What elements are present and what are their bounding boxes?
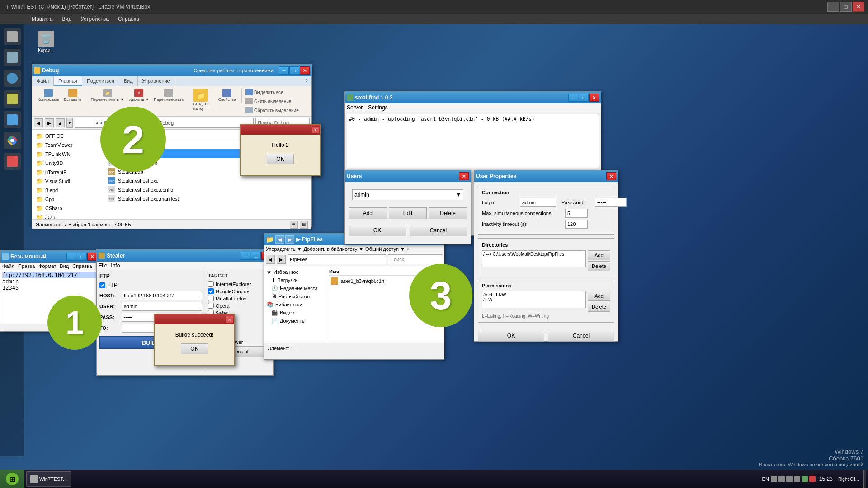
users-cancel-btn[interactable]: Cancel xyxy=(410,225,467,236)
inactivity-input[interactable] xyxy=(565,220,588,229)
tree-item-job[interactable]: 📁 JOB xyxy=(34,213,102,219)
tab-file[interactable]: Файл xyxy=(32,76,54,86)
build-dialog-close-btn[interactable]: ✕ xyxy=(226,316,233,323)
ftpfiles-back-btn[interactable]: ◀ xyxy=(275,235,284,244)
nav-up-btn[interactable]: ▲ xyxy=(56,118,65,127)
taskbar-clock[interactable]: 15:23 xyxy=(817,476,835,482)
ftpfiles-toolbar-share[interactable]: Общий доступ ▼ xyxy=(365,246,405,252)
vbox-minimize-btn[interactable]: ─ xyxy=(827,2,839,12)
login-input[interactable] xyxy=(520,198,556,207)
tab-manage[interactable]: Управление xyxy=(138,76,175,86)
nav-forward-btn[interactable]: ▶ xyxy=(45,118,54,127)
ftpfiles-tree-favorites[interactable]: ★ Избранное xyxy=(266,268,325,276)
btn-select-all[interactable]: Выделить все xyxy=(244,88,301,96)
stealer-menu-file[interactable]: File xyxy=(99,263,107,269)
btn-rename[interactable]: Переименовать xyxy=(152,88,185,103)
sidebar-icon-4[interactable] xyxy=(4,90,21,108)
view-list-btn[interactable]: ≡ xyxy=(290,221,298,229)
target-firefox-checkbox[interactable] xyxy=(208,296,214,301)
ftpfiles-tree-desktop[interactable]: 🖥 Рабочий стол xyxy=(266,292,325,300)
stealer-menu-info[interactable]: Info xyxy=(111,263,120,269)
stealer-minimize-btn[interactable]: ─ xyxy=(241,252,250,260)
perm-add-btn[interactable]: Add xyxy=(588,291,610,301)
btn-deselect[interactable]: Снять выделение xyxy=(244,97,301,105)
nav-back-btn[interactable]: ◀ xyxy=(34,118,43,127)
ftp-maximize-btn[interactable]: □ xyxy=(579,94,589,102)
btn-new-folder[interactable]: 📁 Создатьпапку xyxy=(191,88,210,112)
btn-delete[interactable]: ✕ Удалить ▼ xyxy=(127,88,151,103)
users-close-btn[interactable]: ✕ xyxy=(459,172,469,180)
tree-item-cpp[interactable]: 📁 Cpp xyxy=(34,195,102,204)
explorer-minimize-btn[interactable]: ─ xyxy=(279,66,289,75)
taskbar-item-1[interactable]: Win7TEST... xyxy=(26,471,71,487)
hello-dialog-ok-btn[interactable]: OK xyxy=(267,154,294,164)
tree-item-unity3d[interactable]: 📁 Unity3D xyxy=(34,159,102,168)
tray-en-label[interactable]: EN xyxy=(762,476,769,482)
notepad-minimize-btn[interactable]: ─ xyxy=(66,253,76,261)
explorer-maximize-btn[interactable]: □ xyxy=(289,66,299,75)
ftpfiles-tree-recent[interactable]: 🕐 Недавние места xyxy=(266,284,325,292)
sidebar-icon-3[interactable] xyxy=(4,70,21,87)
address-bar[interactable] xyxy=(75,118,254,128)
target-ie-checkbox[interactable] xyxy=(208,281,214,287)
taskbar-right-click[interactable]: Right Cli... xyxy=(836,477,861,482)
ftpfiles-toolbar-add-lib[interactable]: Добавить в библиотеку ▼ xyxy=(303,246,363,252)
users-dropdown[interactable]: admin ▼ xyxy=(352,189,463,200)
explorer-help-btn[interactable]: ? xyxy=(301,76,311,86)
tree-item-office[interactable]: 📁 OFFICE xyxy=(34,131,102,141)
ftp-menu-settings[interactable]: Settings xyxy=(368,104,387,111)
sidebar-icon-1[interactable] xyxy=(4,28,21,45)
target-opera-checkbox[interactable] xyxy=(208,303,214,309)
ftpfiles-tree-downloads[interactable]: ⬇ Загрузки xyxy=(266,276,325,284)
tree-item-blend[interactable]: 📁 Blend xyxy=(34,186,102,195)
users-delete-btn[interactable]: Delete xyxy=(429,207,467,219)
tree-item-teamviewer[interactable]: 📁 TeamViewer xyxy=(34,141,102,150)
vbox-menu-view[interactable]: Вид xyxy=(57,15,76,23)
ftpfiles-toolbar-more[interactable]: » xyxy=(407,246,410,252)
start-button[interactable]: ⊞ xyxy=(0,470,24,488)
notepad-close-btn[interactable]: ✕ xyxy=(87,253,97,261)
tab-view[interactable]: Вид xyxy=(119,76,138,86)
sidebar-icon-2[interactable] xyxy=(4,49,21,66)
btn-invert[interactable]: Обратить выделение xyxy=(244,106,301,114)
ftpfiles-addr-back[interactable]: ◀ xyxy=(266,255,275,264)
user-props-ok-btn[interactable]: OK xyxy=(478,330,544,342)
host-input[interactable] xyxy=(122,291,202,300)
users-ok-btn[interactable]: OK xyxy=(349,225,406,236)
tree-item-csharp[interactable]: 📁 CSharp xyxy=(34,204,102,213)
ftp-close-btn[interactable]: ✕ xyxy=(589,94,599,102)
ftpfiles-addr-forward[interactable]: ▶ xyxy=(277,255,286,264)
tab-home[interactable]: Главная xyxy=(54,76,82,86)
sidebar-icon-6[interactable] xyxy=(4,153,21,170)
password-input[interactable] xyxy=(595,198,627,207)
sidebar-icon-5[interactable] xyxy=(4,111,21,128)
btn-move-to[interactable]: 📁 Переместить в ▼ xyxy=(89,88,126,103)
notepad-menu-help[interactable]: Справка xyxy=(72,263,92,269)
notepad-menu-format[interactable]: Формат xyxy=(38,263,56,269)
user-input[interactable] xyxy=(122,302,202,311)
notepad-menu-file[interactable]: Файл xyxy=(2,263,14,269)
vbox-menu-devices[interactable]: Устройства xyxy=(76,15,113,23)
permissions-list[interactable]: /root : LRW / : W xyxy=(482,291,586,308)
notepad-menu-edit[interactable]: Правка xyxy=(18,263,35,269)
btn-paste[interactable]: Вставить xyxy=(62,88,83,103)
ftpfiles-address-input[interactable] xyxy=(288,254,386,264)
target-chrome-checkbox[interactable] xyxy=(208,288,214,294)
btn-properties[interactable]: Свойства xyxy=(216,88,238,103)
ftpfiles-tree-docs[interactable]: 📄 Документы xyxy=(266,317,325,325)
show-desktop-btn[interactable] xyxy=(863,470,866,488)
tree-item-tplink[interactable]: 📁 TPLink WN xyxy=(34,150,102,159)
tree-item-visualstudio[interactable]: 📁 VisualStudi xyxy=(34,177,102,186)
file-item-manifest[interactable]: xml Stealer.vshost.exe.manifest xyxy=(106,194,310,203)
max-connections-input[interactable] xyxy=(565,209,588,218)
dir-delete-btn[interactable]: Delete xyxy=(588,261,610,271)
vbox-close-btn[interactable]: ✕ xyxy=(853,2,864,12)
btn-copy[interactable]: Копировать xyxy=(36,88,61,103)
directories-list[interactable]: / --> C:\Users\WebMail\Desktop\FtpFiles xyxy=(482,250,586,267)
desktop-icon-trash[interactable]: 🗑️ Корзи... xyxy=(33,31,60,53)
dir-add-btn[interactable]: Add xyxy=(588,250,610,260)
perm-delete-btn[interactable]: Delete xyxy=(588,302,610,312)
ftp-minimize-btn[interactable]: ─ xyxy=(568,94,578,102)
tab-share[interactable]: Поделиться xyxy=(82,76,119,86)
ftpfiles-tree-video[interactable]: 🎬 Видео xyxy=(266,309,325,317)
